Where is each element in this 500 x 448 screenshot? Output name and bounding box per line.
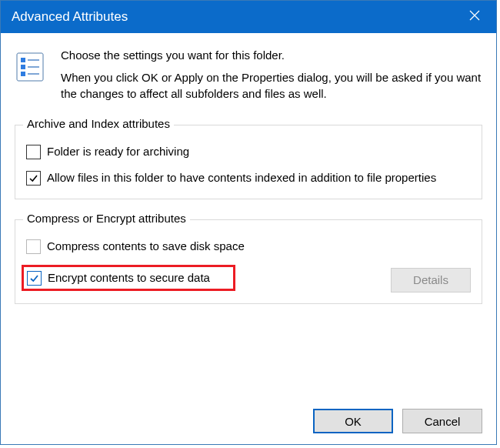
attributes-icon (15, 50, 48, 84)
advanced-attributes-dialog: Advanced Attributes (0, 0, 497, 445)
intro-line2: When you click OK or Apply on the Proper… (61, 69, 482, 102)
dialog-body: Choose the settings you want for this fo… (1, 33, 496, 304)
archive-index-group: Archive and Index attributes Folder is r… (15, 125, 482, 199)
intro-text: Choose the settings you want for this fo… (61, 47, 482, 108)
archive-checkbox[interactable] (26, 145, 41, 159)
intro-section: Choose the settings you want for this fo… (15, 47, 482, 108)
compress-label: Compress contents to save disk space (47, 239, 471, 254)
archive-label: Folder is ready for archiving (47, 144, 471, 159)
index-label: Allow files in this folder to have conte… (47, 170, 471, 186)
encrypt-checkbox-row[interactable]: Encrypt contents to secure data (27, 270, 210, 286)
dialog-title: Advanced Attributes (12, 9, 128, 25)
svg-rect-4 (21, 58, 25, 62)
encrypt-row: Encrypt contents to secure data Details (26, 265, 471, 296)
encrypt-highlight: Encrypt contents to secure data (22, 265, 235, 291)
details-button[interactable]: Details (391, 268, 471, 293)
compress-encrypt-group: Compress or Encrypt attributes Compress … (15, 219, 482, 305)
titlebar: Advanced Attributes (1, 1, 496, 33)
close-button[interactable] (453, 1, 496, 33)
compress-checkbox-row[interactable]: Compress contents to save disk space (26, 239, 471, 254)
cancel-button[interactable]: Cancel (402, 409, 482, 433)
encrypt-checkbox[interactable] (27, 271, 42, 286)
encrypt-label: Encrypt contents to secure data (48, 270, 210, 286)
archive-checkbox-row[interactable]: Folder is ready for archiving (26, 144, 471, 159)
close-icon (469, 9, 480, 25)
index-checkbox-row[interactable]: Allow files in this folder to have conte… (26, 170, 471, 186)
dialog-footer: OK Cancel (313, 409, 482, 433)
ok-button[interactable]: OK (313, 409, 393, 433)
compress-checkbox[interactable] (26, 239, 41, 254)
svg-rect-8 (21, 72, 25, 76)
index-checkbox[interactable] (26, 171, 41, 186)
archive-index-legend: Archive and Index attributes (23, 117, 174, 130)
intro-line1: Choose the settings you want for this fo… (61, 47, 482, 63)
compress-encrypt-legend: Compress or Encrypt attributes (23, 212, 190, 225)
svg-rect-6 (21, 65, 25, 69)
